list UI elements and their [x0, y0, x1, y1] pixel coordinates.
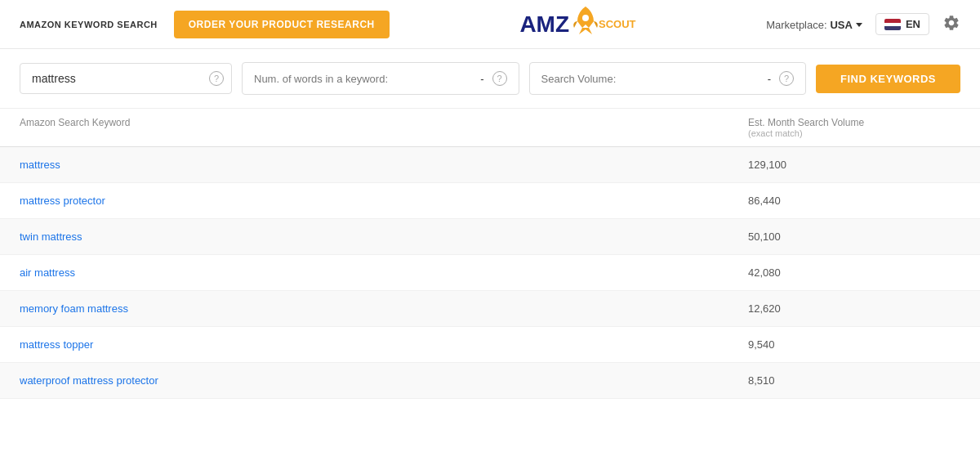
language-button[interactable]: EN	[875, 13, 929, 35]
col-volume-line2: (exact match)	[748, 128, 960, 138]
num-words-value: -	[480, 73, 483, 85]
results-table: Amazon Search Keyword Est. Month Search …	[0, 109, 980, 399]
table-row[interactable]: memory foam mattress 12,620	[0, 291, 980, 327]
volume-value: 50,100	[748, 230, 960, 243]
find-keywords-button[interactable]: FIND KEYWORDS	[816, 65, 960, 93]
table-row[interactable]: mattress protector 86,440	[0, 183, 980, 219]
keyword-link[interactable]: mattress topper	[20, 338, 748, 351]
order-research-button[interactable]: ORDER YOUR PRODUCT RESEARCH	[174, 11, 390, 38]
svg-point-0	[582, 15, 589, 21]
search-volume-value: -	[768, 73, 771, 85]
keyword-help-icon[interactable]: ?	[209, 71, 224, 86]
table-row[interactable]: air mattress 42,080	[0, 255, 980, 291]
num-words-filter: Num. of words in a keyword: - ?	[242, 62, 519, 95]
search-volume-help-icon[interactable]: ?	[779, 71, 794, 86]
table-body: mattress 129,100 mattress protector 86,4…	[0, 147, 980, 399]
flag-icon	[884, 19, 901, 30]
keyword-input-wrap: ?	[20, 63, 232, 94]
num-words-help-icon[interactable]: ?	[492, 71, 507, 86]
search-volume-label: Search Volume:	[541, 73, 768, 85]
volume-value: 86,440	[748, 195, 960, 207]
keyword-link[interactable]: twin mattress	[20, 230, 748, 243]
volume-value: 12,620	[748, 302, 960, 315]
rocket-icon	[571, 5, 600, 38]
marketplace-dropdown[interactable]: USA	[830, 19, 862, 31]
table-row[interactable]: mattress 129,100	[0, 147, 980, 183]
col-keyword-header: Amazon Search Keyword	[20, 117, 748, 138]
table-row[interactable]: waterproof mattress protector 8,510	[0, 363, 980, 399]
header-left: AMAZON KEYWORD SEARCH ORDER YOUR PRODUCT…	[20, 11, 390, 38]
volume-value: 129,100	[748, 159, 960, 171]
marketplace-label: Marketplace: USA	[766, 18, 862, 31]
logo-icon	[571, 5, 600, 43]
num-words-label: Num. of words in a keyword:	[254, 73, 480, 85]
settings-button[interactable]	[942, 14, 960, 34]
keyword-link[interactable]: mattress	[20, 159, 748, 171]
search-bar: ? Num. of words in a keyword: - ? Search…	[0, 49, 980, 109]
keyword-input[interactable]	[20, 63, 232, 94]
header: AMAZON KEYWORD SEARCH ORDER YOUR PRODUCT…	[0, 0, 980, 49]
keyword-link[interactable]: memory foam mattress	[20, 302, 748, 315]
logo: AMZ SCOUT	[519, 5, 635, 43]
col-volume-header: Est. Month Search Volume (exact match)	[748, 117, 960, 138]
marketplace-chevron-icon	[856, 23, 862, 27]
keyword-link[interactable]: waterproof mattress protector	[20, 374, 748, 387]
logo-scout-text: SCOUT	[599, 18, 636, 30]
page-title: AMAZON KEYWORD SEARCH	[20, 20, 158, 29]
volume-value: 42,080	[748, 266, 960, 279]
gear-icon	[942, 14, 960, 32]
keyword-link[interactable]: air mattress	[20, 266, 748, 279]
volume-value: 8,510	[748, 374, 960, 387]
col-volume-line1: Est. Month Search Volume	[748, 117, 960, 128]
volume-value: 9,540	[748, 338, 960, 351]
search-volume-filter: Search Volume: - ?	[529, 62, 807, 95]
table-row[interactable]: twin mattress 50,100	[0, 219, 980, 255]
table-row[interactable]: mattress topper 9,540	[0, 327, 980, 363]
header-right: Marketplace: USA EN	[766, 13, 960, 35]
table-header: Amazon Search Keyword Est. Month Search …	[0, 109, 980, 147]
logo-amz-text: AMZ	[519, 11, 569, 38]
lang-label: EN	[906, 18, 920, 30]
keyword-link[interactable]: mattress protector	[20, 195, 748, 207]
